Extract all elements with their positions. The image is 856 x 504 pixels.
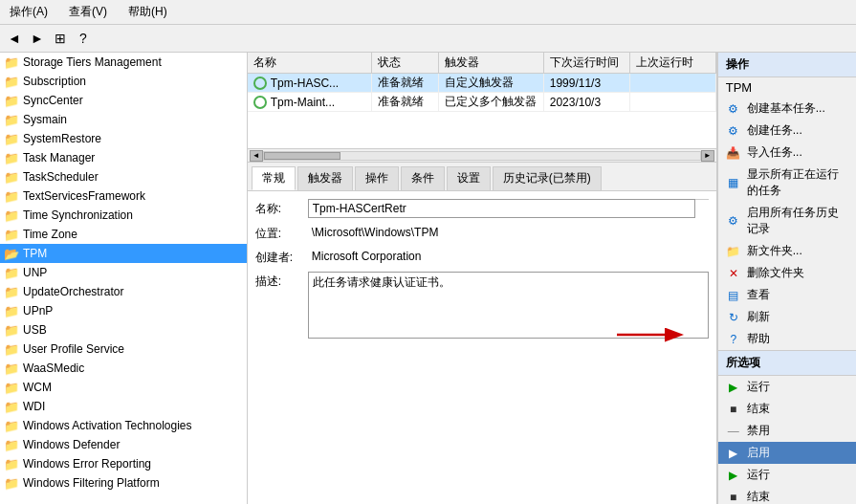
detail-author-row: 创建者: Microsoft Corporation — [255, 248, 709, 266]
detail-name-value[interactable]: Tpm-HASCertRetr — [308, 199, 695, 218]
action-import[interactable]: 📥 导入任务... — [718, 142, 856, 164]
sidebar-item-timesync[interactable]: 📁 Time Synchronization — [0, 206, 247, 225]
scroll-track — [263, 151, 701, 161]
center-panel: 名称 状态 触发器 下次运行时间 上次运行时 Tpm-HASC... 准备就绪 … — [248, 53, 717, 504]
action-display-running[interactable]: ▦ 显示所有正在运行的任务 — [718, 164, 856, 202]
action-disable[interactable]: — 禁用 — [718, 420, 856, 442]
scroll-right-btn[interactable]: ► — [701, 150, 714, 162]
run2-icon: ▶ — [726, 468, 741, 483]
sidebar-item-wdi[interactable]: 📁 WDI — [0, 397, 247, 416]
sidebar-item-systemrestore[interactable]: 📁 SystemRestore — [0, 129, 247, 148]
sidebar-item-taskscheduler[interactable]: 📁 TaskScheduler — [0, 167, 247, 186]
menu-help[interactable]: 帮助(H) — [122, 2, 173, 22]
folder-icon: 📁 — [4, 475, 19, 491]
sidebar-item-upnp[interactable]: 📁 UPnP — [0, 301, 247, 320]
detail-name-row: 名称: Tpm-HASCertRetr — [255, 199, 709, 218]
action-delete-folder[interactable]: ✕ 删除文件夹 — [718, 262, 856, 284]
detail-author-label: 创建者: — [255, 248, 308, 266]
task-name-cell: Tpm-Maint... — [248, 93, 372, 111]
enable-history-icon: ⚙ — [726, 213, 741, 229]
folder-open-icon: 📂 — [4, 246, 19, 261]
tab-general[interactable]: 常规 — [252, 166, 296, 190]
actions-title: 操作 — [718, 53, 856, 77]
sidebar-item-sysmain[interactable]: 📁 Sysmain — [0, 110, 247, 129]
sidebar-item-synccenter[interactable]: 📁 SyncCenter — [0, 91, 247, 110]
action-enable-history[interactable]: ⚙ 启用所有任务历史记录 — [718, 202, 856, 240]
action-view[interactable]: ▤ 查看 — [718, 284, 856, 306]
sidebar-item-storage-tiers[interactable]: 📁 Storage Tiers Management — [0, 53, 247, 72]
detail-desc-label: 描述: — [255, 272, 308, 290]
col-header-status: 状态 — [372, 53, 439, 73]
action-new-folder[interactable]: 📁 新文件夹... — [718, 240, 856, 262]
enable-icon: ▶ — [726, 446, 741, 461]
import-icon: 📥 — [726, 145, 741, 161]
folder-icon: 📁 — [4, 265, 19, 280]
detail-scroll-up — [695, 199, 709, 200]
scroll-left-btn[interactable]: ◄ — [250, 150, 263, 162]
sidebar-item-usb[interactable]: 📁 USB — [0, 320, 247, 340]
col-header-next: 下次运行时间 — [544, 53, 630, 73]
table-row[interactable]: Tpm-HASC... 准备就绪 自定义触发器 1999/11/3 — [248, 74, 716, 93]
toolbar-back[interactable]: ◄ — [4, 28, 25, 49]
folder-icon: 📁 — [4, 131, 19, 146]
sidebar[interactable]: 📁 Storage Tiers Management 📁 Subscriptio… — [0, 53, 248, 504]
sidebar-item-taskmanager[interactable]: 📁 Task Manager — [0, 148, 247, 167]
sidebar-item-subscription[interactable]: 📁 Subscription — [0, 72, 247, 91]
task-next-cell: 2023/10/3 — [544, 93, 630, 111]
action-run2[interactable]: ▶ 运行 — [718, 464, 856, 486]
action-enable[interactable]: ▶ 启用 — [718, 442, 856, 464]
task-table-header: 名称 状态 触发器 下次运行时间 上次运行时 — [248, 53, 716, 74]
action-enable-label: 启用 — [747, 445, 770, 461]
sidebar-item-windows-filtering[interactable]: 📁 Windows Filtering Platform — [0, 473, 247, 493]
detail-location-label: 位置: — [255, 224, 308, 242]
task-trigger-cell: 自定义触发器 — [439, 74, 544, 92]
sidebar-item-tpm[interactable]: 📂 TPM — [0, 244, 247, 263]
h-scrollbar[interactable]: ◄ ► — [248, 148, 716, 162]
detail-desc-value[interactable]: 此任务请求健康认证证书。 — [308, 272, 709, 339]
sidebar-item-textservices[interactable]: 📁 TextServicesFramework — [0, 186, 247, 206]
detail-panel: 常规 触发器 操作 条件 设置 历史记录(已禁用) 名称: Tpm-HASCer… — [248, 163, 716, 504]
menu-view[interactable]: 查看(V) — [63, 2, 113, 22]
folder-icon: 📁 — [4, 55, 19, 70]
menu-actions[interactable]: 操作(A) — [4, 2, 54, 22]
scroll-thumb[interactable] — [264, 152, 340, 160]
sidebar-item-windows-error[interactable]: 📁 Windows Error Reporting — [0, 454, 247, 473]
toolbar-grid[interactable]: ⊞ — [50, 28, 71, 49]
action-end[interactable]: ■ 结束 — [718, 398, 856, 420]
sidebar-item-windows-activation[interactable]: 📁 Windows Activation Technologies — [0, 416, 247, 435]
task-next-cell: 1999/11/3 — [544, 74, 630, 92]
table-row[interactable]: Tpm-Maint... 准备就绪 已定义多个触发器 2023/10/3 — [248, 93, 716, 112]
action-refresh[interactable]: ↻ 刷新 — [718, 306, 856, 328]
sidebar-item-updateorchestrator[interactable]: 📁 UpdateOrchestrator — [0, 282, 247, 301]
tab-settings[interactable]: 设置 — [447, 166, 491, 190]
action-view-label: 查看 — [747, 287, 770, 303]
tab-conditions[interactable]: 条件 — [401, 166, 445, 190]
action-end2[interactable]: ■ 结束 — [718, 486, 856, 504]
action-create[interactable]: ⚙ 创建任务... — [718, 120, 856, 142]
action-help[interactable]: ? 帮助 — [718, 328, 856, 350]
tab-triggers[interactable]: 触发器 — [297, 166, 353, 190]
sidebar-item-windows-defender[interactable]: 📁 Windows Defender — [0, 435, 247, 454]
sidebar-item-waasmedic[interactable]: 📁 WaaSMedic — [0, 359, 247, 378]
action-run[interactable]: ▶ 运行 — [718, 376, 856, 398]
task-last-cell — [630, 93, 716, 111]
action-run2-label: 运行 — [747, 467, 770, 483]
toolbar-forward[interactable]: ► — [27, 28, 48, 49]
sidebar-item-wcm[interactable]: 📁 WCM — [0, 378, 247, 397]
action-display-label: 显示所有正在运行的任务 — [747, 166, 848, 199]
task-table: 名称 状态 触发器 下次运行时间 上次运行时 Tpm-HASC... 准备就绪 … — [248, 53, 716, 163]
detail-tabs: 常规 触发器 操作 条件 设置 历史记录(已禁用) — [248, 163, 716, 191]
folder-icon: 📁 — [4, 456, 19, 471]
action-disable-label: 禁用 — [747, 423, 770, 439]
action-new-folder-label: 新文件夹... — [747, 243, 802, 259]
actions-tpm-label: TPM — [718, 77, 856, 98]
tab-history[interactable]: 历史记录(已禁用) — [493, 166, 602, 190]
action-create-basic[interactable]: ⚙ 创建基本任务... — [718, 98, 856, 120]
sidebar-item-userprofile[interactable]: 📁 User Profile Service — [0, 340, 247, 359]
sidebar-item-timezone[interactable]: 📁 Time Zone — [0, 225, 247, 244]
toolbar-help[interactable]: ? — [73, 28, 94, 49]
tab-actions[interactable]: 操作 — [355, 166, 399, 190]
folder-icon: 📁 — [4, 150, 19, 165]
col-header-last: 上次运行时 — [630, 53, 716, 73]
sidebar-item-unp[interactable]: 📁 UNP — [0, 263, 247, 282]
